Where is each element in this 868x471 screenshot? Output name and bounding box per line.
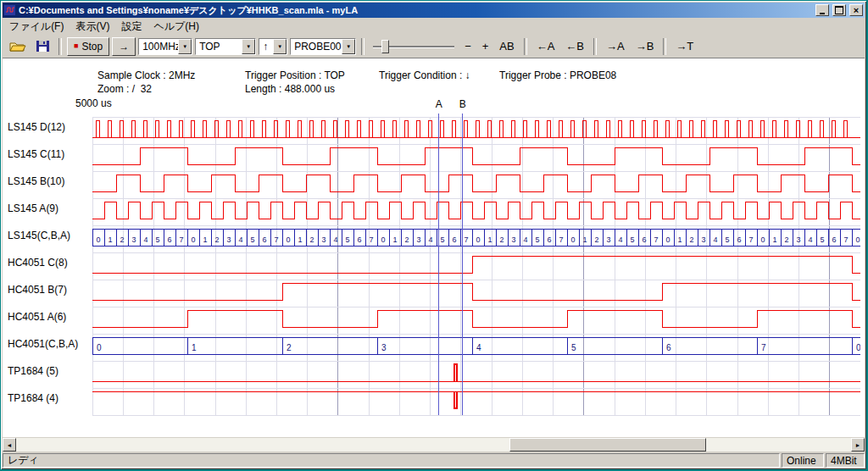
svg-text:0: 0 [97,343,102,352]
minimize-button[interactable] [815,4,829,16]
goto-cursor-a-right-button[interactable]: →A [602,37,629,56]
menu-settings[interactable]: 設定 [115,18,147,36]
zoom-slider[interactable] [373,38,454,55]
maximize-button[interactable] [832,4,846,16]
menu-help[interactable]: ヘルプ(H) [147,18,205,36]
svg-text:1: 1 [392,236,397,244]
svg-text:2: 2 [214,236,219,244]
svg-text:4: 4 [618,236,622,244]
goto-cursor-a-left-button[interactable]: ←A [532,37,559,56]
svg-text:5: 5 [820,236,824,244]
channel-label[interactable]: HC4051(C,B,A) [8,338,78,350]
title-bar[interactable]: C:¥Documents and Settings¥noname¥デスクトップ¥… [3,3,865,18]
ab-span-button[interactable]: AB [495,37,518,56]
sample-clock-select[interactable]: 100MHz ▼ [138,38,192,55]
status-bar: レディ Online 4MBit [3,452,865,468]
svg-text:0: 0 [570,236,575,244]
svg-text:6: 6 [547,236,551,244]
chevron-down-icon[interactable]: ▼ [178,39,192,54]
svg-text:0: 0 [476,236,480,244]
channel-label[interactable]: LS145 A(9) [8,202,58,214]
channel-label[interactable]: HC4051 C(8) [8,257,68,269]
horizontal-scrollbar[interactable]: ◄ ► [3,438,865,452]
close-button[interactable]: × [849,4,863,16]
trigger-position-value: TOP [196,41,242,53]
chevron-down-icon[interactable]: ▼ [242,39,255,54]
svg-text:7: 7 [179,236,183,244]
svg-text:2: 2 [287,343,292,352]
channel-label[interactable]: HC4051 A(6) [8,311,66,323]
svg-text:4: 4 [333,236,337,244]
app-window: C:¥Documents and Settings¥noname¥デスクトップ¥… [1,1,866,469]
waveform-canvas[interactable]: 0123456701234567012345670123456701234567… [92,112,860,417]
menu-bar: ファイル(F) 表示(V) 設定 ヘルプ(H) [3,18,865,35]
trigger-probe-value: PROBE00 [291,41,342,53]
trigger-probe-info: Trigger Probe : PROBE08 [499,69,616,81]
svg-text:5: 5 [571,343,576,352]
zoom-slider-thumb[interactable] [381,40,389,53]
svg-text:7: 7 [559,236,563,244]
svg-text:1: 1 [487,236,492,244]
svg-text:4: 4 [428,236,432,244]
cursor-a-label: A [436,98,442,110]
chevron-down-icon[interactable]: ▼ [342,39,355,54]
svg-text:5: 5 [345,236,349,244]
stop-button[interactable]: ■ Stop [67,37,109,56]
svg-text:6: 6 [737,236,741,244]
channel-label[interactable]: HC4051 B(7) [8,284,67,296]
open-button[interactable] [7,37,29,56]
channel-label[interactable]: LS145 C(11) [8,148,64,160]
svg-text:0: 0 [665,236,670,244]
trigger-edge-select[interactable]: ↑ ▼ [259,38,287,55]
svg-text:1: 1 [677,236,682,244]
trigger-probe-select[interactable]: PROBE00 ▼ [290,38,356,55]
channel-label[interactable]: LS145 D(12) [8,121,65,133]
run-arrow-icon: → [119,41,129,53]
menu-view[interactable]: 表示(V) [70,18,115,36]
svg-text:3: 3 [226,236,231,244]
svg-text:7: 7 [748,236,753,244]
scrollbar-thumb[interactable] [509,438,706,452]
status-ready: レディ [3,453,780,468]
toolbar-separator [524,38,527,55]
svg-text:6: 6 [167,236,171,244]
svg-text:4: 4 [713,236,717,244]
trigger-position-select[interactable]: TOP ▼ [195,38,256,55]
run-button[interactable]: → [112,37,136,56]
trigger-condition-info: Trigger Condition : ↓ [379,69,470,81]
save-button[interactable] [31,37,53,56]
scroll-right-button[interactable]: ► [851,438,865,452]
svg-text:6: 6 [262,236,266,244]
floppy-disk-icon [36,40,50,53]
svg-text:7: 7 [843,236,848,244]
trigger-edge-value: ↑ [259,41,273,53]
svg-text:4: 4 [523,236,527,244]
scroll-left-button[interactable]: ◄ [3,438,16,452]
svg-text:1: 1 [772,236,776,244]
menu-file[interactable]: ファイル(F) [3,18,70,36]
chevron-down-icon[interactable]: ▼ [273,39,287,54]
goto-trigger-button[interactable]: →T [671,37,698,56]
svg-text:7: 7 [761,343,766,352]
channel-label[interactable]: LS145(C,B,A) [8,230,70,241]
zoom-in-button[interactable]: + [478,37,493,56]
svg-text:3: 3 [416,236,420,244]
channel-label[interactable]: LS145 B(10) [8,175,64,187]
svg-text:6: 6 [452,236,456,244]
zoom-out-button[interactable]: − [460,37,476,56]
svg-text:5: 5 [630,236,634,244]
svg-text:4: 4 [476,343,481,352]
svg-text:2: 2 [689,236,693,244]
svg-text:5: 5 [250,236,254,244]
svg-text:0: 0 [381,236,385,244]
maximize-icon [835,6,843,14]
minimize-icon [820,13,825,14]
goto-cursor-b-left-button[interactable]: ←B [561,37,588,56]
channel-label[interactable]: TP1684 (5) [8,365,58,377]
svg-text:2: 2 [309,236,314,244]
toolbar-separator [663,38,666,55]
svg-text:3: 3 [381,343,387,352]
goto-cursor-b-right-button[interactable]: →B [632,37,659,56]
svg-text:7: 7 [274,236,278,244]
channel-label[interactable]: TP1684 (4) [8,392,58,404]
